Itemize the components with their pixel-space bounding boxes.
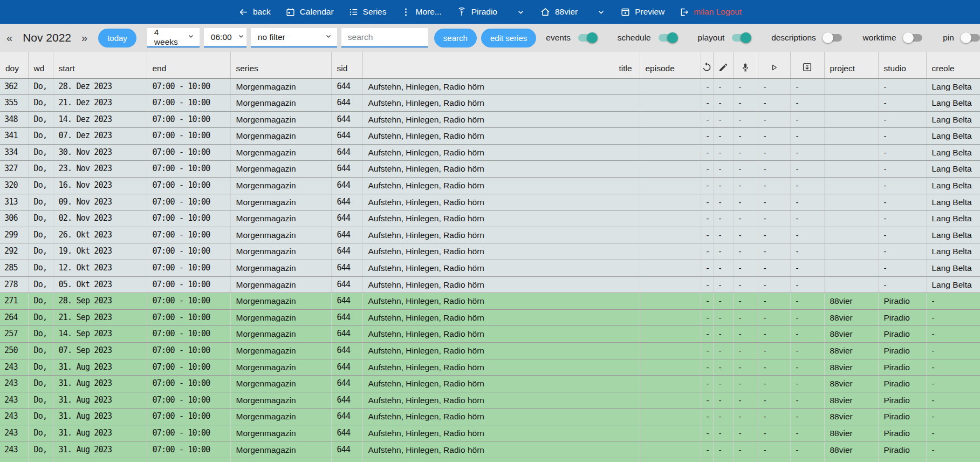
chevron-down-icon [319, 32, 332, 42]
cell-episode [640, 111, 701, 128]
cell-studio: - [878, 178, 926, 194]
cell-play: - [758, 293, 790, 310]
toggle-events[interactable] [578, 34, 597, 42]
list-icon [348, 7, 359, 17]
nav-preview[interactable]: Preview [620, 7, 664, 17]
cell-studio: Piradio [878, 326, 926, 343]
cell-series: Morgenmagazin [230, 309, 331, 326]
cell-play [758, 458, 790, 462]
toggle-knob [961, 32, 971, 43]
table-row[interactable]: 341Do,07. Dez 202307:00 - 10:00Morgenmag… [0, 128, 980, 145]
table-row[interactable]: 292Do,19. Okt 202307:00 - 10:00Morgenmag… [0, 243, 980, 260]
nav-more[interactable]: More... [401, 7, 441, 17]
table-row[interactable]: 278Do,05. Okt 202307:00 - 10:00Morgenmag… [0, 276, 980, 293]
cell-undo: - [701, 227, 713, 243]
cell-play: - [758, 409, 790, 425]
cell-wd: Do, [28, 227, 53, 243]
cell-play: - [758, 144, 790, 161]
top-nav-bar: back Calendar Series More... Piradio 88v… [0, 0, 980, 24]
cell-project [824, 243, 878, 260]
cell-sid: 644 [331, 111, 362, 128]
cell-studio: Piradio [878, 441, 926, 458]
table-row[interactable]: 355Do,21. Dez 202307:00 - 10:00Morgenmag… [0, 95, 980, 112]
cell-edit: - [713, 260, 733, 277]
toggle-schedule[interactable] [659, 34, 677, 42]
table-row[interactable]: 243Do,31. Aug 202307:00 - 10:00Morgenmag… [0, 376, 980, 392]
cell-end: 07:00 - 10:00 [147, 392, 230, 409]
cell-series: Morgenmagazin [230, 111, 331, 128]
column-header-creole: creole [926, 52, 980, 78]
table-row[interactable]: 320Do,16. Nov 202307:00 - 10:00Morgenmag… [0, 178, 980, 194]
site-dropdown[interactable] [597, 8, 606, 17]
time-select-value: 06:00 [211, 32, 232, 42]
filter-select[interactable]: no filter [251, 28, 337, 47]
toggle-descriptions[interactable] [824, 34, 842, 42]
cell-creole: Lang Belta [926, 210, 980, 227]
table-row[interactable]: 271Do,28. Sep 202307:00 - 10:00Morgenmag… [0, 293, 980, 310]
cell-start: 12. Okt 2023 [53, 260, 147, 277]
cell-series: Morgenmagazin [230, 178, 331, 194]
table-row[interactable]: 334Do,30. Nov 202307:00 - 10:00Morgenmag… [0, 144, 980, 161]
toggle-worktime[interactable] [904, 34, 922, 42]
cell-doy: 327 [0, 161, 28, 178]
toggle-playout[interactable] [732, 34, 750, 42]
search-input[interactable] [341, 28, 428, 47]
station-dropdown[interactable] [516, 8, 525, 17]
cell-edit: - [713, 243, 733, 260]
chevron-down-icon [516, 8, 525, 17]
cell-series: Morgenmagazin [230, 276, 331, 293]
table-row[interactable]: 243Do,31. Aug 202307:00 - 10:00Morgenmag… [0, 359, 980, 376]
cell-undo: - [701, 343, 713, 359]
table-row[interactable]: 243Do,31. Aug 202307:00 - 10:00Morgenmag… [0, 425, 980, 441]
cell-sid: 644 [331, 343, 362, 359]
table-row[interactable]: 313Do,09. Nov 202307:00 - 10:00Morgenmag… [0, 194, 980, 210]
search-button[interactable]: search [434, 29, 477, 47]
table-row[interactable]: 243Do,31. Aug 202307:00 - 10:00Morgenmag… [0, 392, 980, 409]
nav-series[interactable]: Series [348, 7, 387, 17]
cell-project [824, 161, 878, 178]
today-button[interactable]: today [98, 29, 136, 47]
cell-series: Morgenmagazin [230, 392, 331, 409]
column-header-play [758, 52, 790, 78]
cell-start: 28. Sep 2023 [53, 293, 147, 310]
cell-doy: 243 [0, 425, 28, 441]
nav-logout[interactable]: milan Logout [679, 7, 742, 17]
table-row[interactable]: 250Do,07. Sep 202307:00 - 10:00Morgenmag… [0, 343, 980, 359]
cell-archive: - [790, 194, 824, 210]
table-row[interactable]: 348Do,14. Dez 202307:00 - 10:00Morgenmag… [0, 111, 980, 128]
table-row[interactable]: 243Do,31. Aug 202307:00 - 10:00Morgenmag… [0, 441, 980, 458]
cell-wd: Do, [28, 78, 53, 95]
nav-station[interactable]: Piradio [456, 6, 497, 17]
cell-episode [640, 376, 701, 392]
cell-wd: Do, [28, 95, 53, 112]
table-row[interactable]: 264Do,21. Sep 202307:00 - 10:00Morgenmag… [0, 309, 980, 326]
cell-episode [640, 194, 701, 210]
cell-title: Aufstehn, Hinlegen, Radio hörn [362, 359, 640, 376]
cell-edit: - [713, 276, 733, 293]
nav-back[interactable]: back [238, 7, 271, 17]
nav-site[interactable]: 88vier [540, 6, 578, 17]
cell-episode [640, 95, 701, 112]
cell-undo: - [701, 392, 713, 409]
cell-project: 88vier [824, 441, 878, 458]
table-row[interactable]: 285Do,12. Okt 202307:00 - 10:00Morgenmag… [0, 260, 980, 277]
edit-series-button[interactable]: edit series [481, 29, 536, 47]
cell-wd: Do, [28, 161, 53, 178]
table-row[interactable]: 327Do,23. Nov 202307:00 - 10:00Morgenmag… [0, 161, 980, 178]
table-row[interactable]: 299Do,26. Okt 202307:00 - 10:00Morgenmag… [0, 227, 980, 243]
next-month-button[interactable]: » [78, 31, 91, 45]
table-row[interactable]: 306Do,02. Nov 202307:00 - 10:00Morgenmag… [0, 210, 980, 227]
broadcast-antenna-icon [456, 6, 467, 17]
cell-undo: - [701, 309, 713, 326]
time-select[interactable]: 06:00 [204, 28, 246, 47]
toggle-pin[interactable] [962, 34, 980, 42]
table-row[interactable]: 257Do,14. Sep 202307:00 - 10:00Morgenmag… [0, 326, 980, 343]
range-select[interactable]: 4 weeks [147, 28, 200, 47]
prev-month-button[interactable]: « [3, 31, 16, 45]
table-row-partial[interactable] [0, 458, 980, 462]
table-row[interactable]: 243Do,31. Aug 202307:00 - 10:00Morgenmag… [0, 409, 980, 425]
table-row[interactable]: 362Do,28. Dez 202307:00 - 10:00Morgenmag… [0, 78, 980, 95]
cell-wd: Do, [28, 194, 53, 210]
cell-title: Aufstehn, Hinlegen, Radio hörn [362, 343, 640, 359]
nav-calendar[interactable]: Calendar [285, 7, 334, 17]
